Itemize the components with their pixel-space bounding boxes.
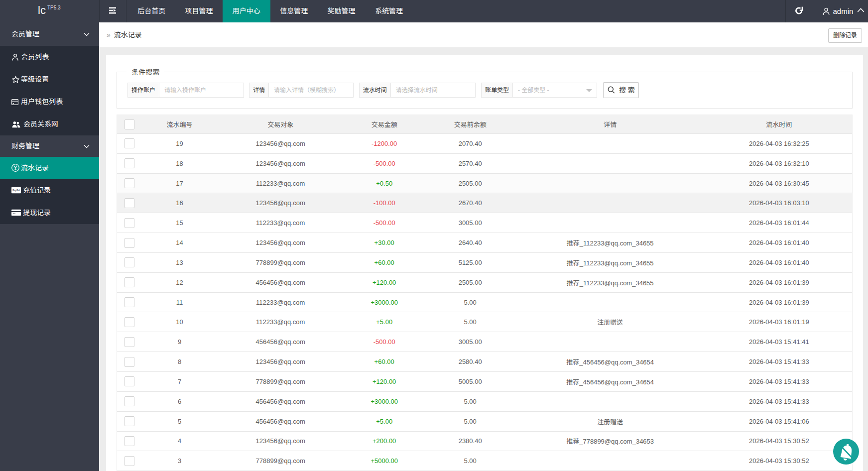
svg-text:PayPal: PayPal [12,189,20,192]
